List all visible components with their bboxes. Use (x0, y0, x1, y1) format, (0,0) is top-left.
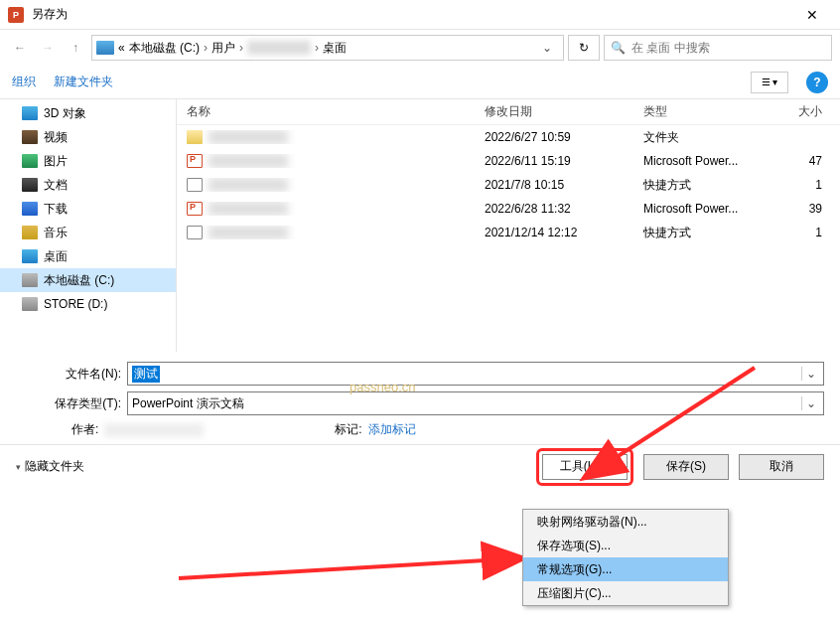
sidebar-item-label: 视频 (44, 129, 68, 146)
organize-button[interactable]: 组织 (12, 74, 36, 90)
path-seg[interactable]: 本地磁盘 (C:) (129, 40, 200, 57)
window-title: 另存为 (32, 6, 792, 23)
search-input[interactable]: 🔍 在 桌面 中搜索 (604, 35, 832, 61)
svg-line-1 (179, 558, 521, 578)
sidebar-item[interactable]: 音乐 (0, 221, 176, 244)
app-icon: P (8, 7, 24, 23)
sidebar-item-label: 文档 (44, 177, 68, 194)
file-size: 1 (772, 178, 832, 192)
help-icon[interactable]: ? (806, 72, 828, 93)
sidebar-item[interactable]: 文档 (0, 173, 176, 197)
save-button[interactable]: 保存(S) (643, 454, 729, 480)
header-size[interactable]: 大小 (772, 103, 832, 120)
file-name-obscured: xxxxxx (209, 178, 288, 192)
filename-label: 文件名(N): (16, 366, 127, 383)
file-type: Microsoft Power... (633, 154, 772, 168)
path-seg[interactable]: 桌面 (323, 40, 347, 57)
tools-menu: 映射网络驱动器(N)...保存选项(S)...常规选项(G)...压缩图片(C)… (522, 509, 729, 606)
sidebar-item-label: STORE (D:) (44, 297, 107, 311)
filename-input[interactable]: 测试 ⌄ (127, 362, 824, 386)
path-dropdown-icon[interactable]: ⌄ (535, 41, 559, 55)
save-label: 保存(S) (666, 458, 706, 475)
hide-folders-link[interactable]: 隐藏文件夹 (16, 458, 526, 475)
file-list-header[interactable]: 名称 修改日期 类型 大小 (177, 99, 840, 125)
sidebar-item[interactable]: 图片 (0, 149, 176, 173)
file-size: 39 (772, 202, 832, 216)
header-date[interactable]: 修改日期 (475, 103, 633, 120)
cancel-button[interactable]: 取消 (739, 454, 824, 480)
file-row[interactable]: xxxxxx2021/12/14 12:12快捷方式1 (177, 221, 840, 244)
tag-value[interactable]: 添加标记 (368, 421, 416, 438)
sidebar-icon (22, 273, 38, 287)
sidebar-item[interactable]: 视频 (0, 125, 176, 149)
up-button[interactable]: ↑ (64, 36, 87, 60)
search-placeholder: 在 桌面 中搜索 (631, 40, 710, 57)
file-type: 快捷方式 (633, 225, 772, 241)
filename-dropdown-icon[interactable]: ⌄ (801, 367, 819, 381)
file-type: 文件夹 (633, 129, 772, 146)
tools-highlight-box: 工具(L) ▾ (536, 448, 633, 486)
menu-item[interactable]: 保存选项(S)... (523, 534, 728, 557)
folder-icon (96, 41, 114, 55)
sidebar-item-label: 音乐 (44, 225, 68, 241)
menu-item[interactable]: 常规选项(G)... (523, 557, 728, 581)
file-size: 47 (772, 154, 832, 168)
header-name[interactable]: 名称 (177, 103, 475, 120)
file-type: Microsoft Power... (633, 202, 772, 216)
file-name-obscured: xxxxxx (209, 154, 288, 168)
sidebar-icon (22, 297, 38, 311)
sidebar-item-label: 下载 (44, 201, 68, 218)
tools-label: 工具(L) (560, 458, 599, 475)
file-icon (187, 154, 203, 168)
view-mode-button[interactable]: ☰ ▾ (751, 72, 788, 93)
back-button[interactable]: ← (8, 36, 32, 60)
sidebar-item[interactable]: STORE (D:) (0, 292, 176, 316)
sidebar-item-label: 图片 (44, 153, 68, 170)
file-row[interactable]: xxxxxx2022/6/28 11:32Microsoft Power...3… (177, 197, 840, 221)
file-name-obscured: xxxxxx (209, 202, 288, 216)
cancel-label: 取消 (770, 458, 793, 475)
file-date: 2022/6/28 11:32 (475, 202, 633, 216)
sidebar-icon (22, 154, 38, 168)
file-icon (187, 178, 203, 192)
sidebar-item-label: 3D 对象 (44, 105, 86, 122)
filename-value: 测试 (132, 366, 160, 383)
filetype-value: PowerPoint 演示文稿 (132, 395, 244, 412)
menu-item[interactable]: 映射网络驱动器(N)... (523, 510, 728, 534)
forward-button[interactable]: → (36, 36, 60, 60)
new-folder-button[interactable]: 新建文件夹 (54, 74, 113, 90)
header-type[interactable]: 类型 (633, 103, 772, 120)
file-icon (187, 226, 203, 239)
author-value[interactable]: xxxx (104, 423, 204, 437)
sidebar-item[interactable]: 本地磁盘 (C:) (0, 268, 176, 292)
file-date: 2022/6/27 10:59 (475, 130, 633, 144)
sidebar-icon (22, 226, 38, 239)
menu-item[interactable]: 压缩图片(C)... (523, 581, 728, 605)
sidebar: 3D 对象视频图片文档下载音乐桌面本地磁盘 (C:)STORE (D:) (0, 99, 177, 352)
file-row[interactable]: xxxxxx2022/6/11 15:19Microsoft Power...4… (177, 149, 840, 173)
tools-button[interactable]: 工具(L) ▾ (542, 454, 628, 480)
sidebar-icon (22, 202, 38, 216)
sidebar-item[interactable]: 3D 对象 (0, 101, 176, 125)
close-icon[interactable]: ✕ (792, 7, 832, 23)
file-row[interactable]: xxxxxx2022/6/27 10:59文件夹 (177, 125, 840, 149)
path-seg[interactable]: 用户 (211, 40, 235, 57)
filetype-select[interactable]: PowerPoint 演示文稿 ⌄ (127, 391, 824, 415)
file-size: 1 (772, 226, 832, 239)
sidebar-icon (22, 130, 38, 144)
sidebar-item-label: 本地磁盘 (C:) (44, 272, 114, 289)
file-name-obscured: xxxxxx (209, 226, 288, 239)
file-row[interactable]: xxxxxx2021/7/8 10:15快捷方式1 (177, 173, 840, 197)
sidebar-item[interactable]: 下载 (0, 197, 176, 221)
filetype-dropdown-icon[interactable]: ⌄ (801, 396, 819, 410)
file-icon (187, 130, 203, 144)
file-date: 2021/12/14 12:12 (475, 226, 633, 239)
path-bar[interactable]: « 本地磁盘 (C:)› 用户› xxxx› 桌面 ⌄ (91, 35, 564, 61)
file-date: 2021/7/8 10:15 (475, 178, 633, 192)
sidebar-icon (22, 178, 38, 192)
file-date: 2022/6/11 15:19 (475, 154, 633, 168)
refresh-button[interactable]: ↻ (568, 35, 600, 61)
sidebar-item-label: 桌面 (44, 248, 68, 265)
sidebar-item[interactable]: 桌面 (0, 244, 176, 268)
path-seg-obscured[interactable]: xxxx (247, 41, 311, 55)
